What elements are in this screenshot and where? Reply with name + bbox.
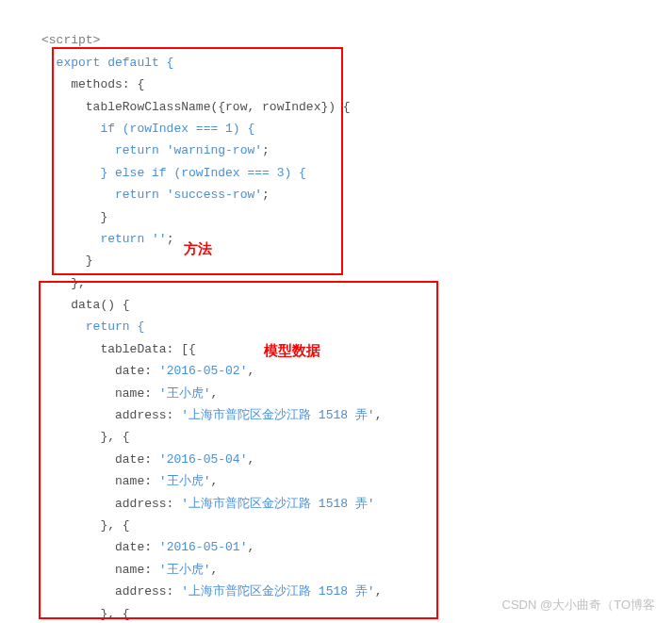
code-line: } [41, 210, 107, 224]
code-line: if (rowIndex === 1) { [41, 122, 254, 136]
code-line: methods: { [41, 77, 144, 91]
code-line: date: '2016-05-04', [41, 452, 254, 467]
code-line: date: '2016-05-01', [41, 540, 254, 554]
code-line: }, [41, 276, 86, 290]
code-line: data() { [41, 298, 130, 312]
code-line: address: '上海市普陀区金沙江路 1518 弄' [41, 497, 375, 511]
code-line: tableData: [{ [41, 342, 196, 356]
annotation-label-data: 模型数据 [264, 337, 320, 363]
watermark-text: CSDN @大小曲奇（TO博客 [502, 594, 655, 615]
code-line: tableRowClassName({row, rowIndex}) { [41, 100, 351, 114]
code-line: export default { [41, 56, 173, 70]
code-line: } [41, 254, 93, 268]
code-line: }, { [41, 430, 130, 444]
annotation-label-methods: 方法 [184, 236, 212, 261]
code-line: } else if (rowIndex === 3) { [41, 166, 306, 180]
code-line: address: '上海市普陀区金沙江路 1518 弄', [41, 408, 382, 422]
code-line: return ''; [41, 232, 173, 246]
code-line: date: '2016-05-02', [41, 364, 254, 378]
code-line: name: '王小虎', [41, 563, 218, 577]
code-block: <script> export default { methods: { tab… [0, 0, 672, 623]
code-line: name: '王小虎', [41, 386, 218, 401]
code-line: }, { [41, 518, 130, 533]
code-line: return { [41, 320, 144, 334]
code-line: return 'warning-row'; [41, 143, 270, 157]
code-line: address: '上海市普陀区金沙江路 1518 弄', [41, 584, 382, 598]
code-line: <script> [41, 33, 100, 47]
code-line: name: '王小虎', [41, 474, 218, 488]
code-line: return 'success-row'; [41, 188, 270, 202]
code-line: }, { [41, 607, 130, 621]
